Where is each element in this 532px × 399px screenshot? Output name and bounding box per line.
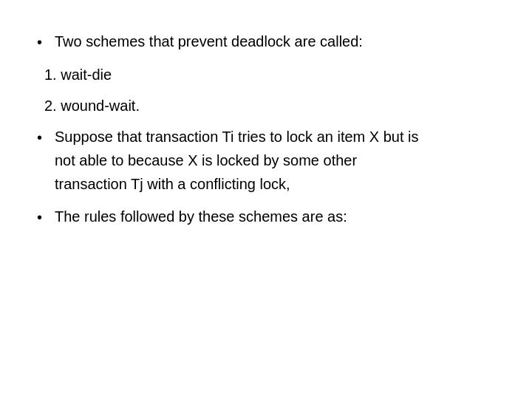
bullet-dot-1: • <box>37 30 55 54</box>
bullet2-line2: not able to because X is locked by some … <box>55 152 357 168</box>
main-content: • Two schemes that prevent deadlock are … <box>0 0 532 267</box>
number-1: 1. <box>44 66 57 83</box>
item-text-2: wound-wait. <box>61 98 140 114</box>
number-2: 2. <box>44 98 57 114</box>
bullet2-line3: transaction Tj with a conflicting lock, <box>55 176 290 192</box>
bullet-dot-2: • <box>37 125 55 149</box>
bullet-dot-3: • <box>37 205 55 229</box>
numbered-item-1: 1. wait-die <box>44 63 495 86</box>
bullet-text-1: Two schemes that prevent deadlock are ca… <box>55 30 495 53</box>
bullet-item-2: • Suppose that transaction Ti tries to l… <box>37 125 495 196</box>
bullet2-line1: Suppose that transaction Ti tries to loc… <box>55 129 418 145</box>
bullet-item-1: • Two schemes that prevent deadlock are … <box>37 30 495 54</box>
bullet-text-2: Suppose that transaction Ti tries to loc… <box>55 125 495 196</box>
item-text-1: wait-die <box>61 66 112 83</box>
numbered-item-2: 2. wound-wait. <box>44 94 495 117</box>
bullet-text-3: The rules followed by these schemes are … <box>55 205 495 228</box>
bullet-item-3: • The rules followed by these schemes ar… <box>37 205 495 229</box>
